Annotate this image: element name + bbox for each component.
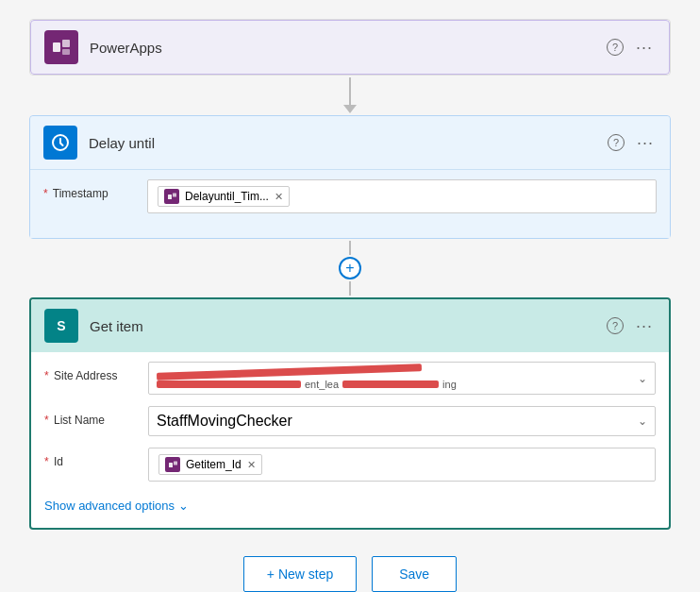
svg-rect-7 [174,462,177,465]
connector-line-2a [349,241,351,255]
powerapps-more-button[interactable]: ··· [633,36,656,59]
powerapps-actions: ? ··· [607,36,656,59]
getitem-more-button[interactable]: ··· [633,314,656,337]
id-label: * Id [44,448,148,468]
id-tag: Getitem_Id ✕ [158,454,262,475]
delay-card: Delay until ? ··· * Timestamp [29,115,671,239]
svg-rect-6 [169,463,173,467]
powerapps-help-icon[interactable]: ? [607,39,624,56]
getitem-title: Get item [90,318,607,334]
connector-line-1 [349,77,351,106]
advanced-options-toggle[interactable]: Show advanced options ⌄ [44,493,656,515]
save-button[interactable]: Save [372,556,457,592]
getitem-body: * Site Address ent_lea ing [31,352,669,528]
delay-title: Delay until [89,135,608,151]
id-tag-text: Getitem_Id [186,458,242,471]
connector-2: + [339,241,361,296]
site-address-chevron: ⌄ [638,372,647,385]
delay-actions: ? ··· [608,131,657,154]
redacted-row-1 [157,366,638,376]
list-name-input[interactable]: StaffMovingChecker ⌄ [148,406,656,436]
delay-icon [43,126,77,160]
svg-rect-1 [62,40,70,47]
list-name-value: StaffMovingChecker [157,413,292,430]
powerapps-title: PowerApps [90,40,607,56]
delay-tag-icon [164,189,179,204]
svg-rect-5 [173,194,176,197]
advanced-options-label: Show advanced options [44,499,175,513]
powerapps-icon [44,30,78,64]
delay-timestamp-input[interactable]: Delayuntil_Tim... ✕ [147,179,657,213]
getitem-icon: S [44,309,78,343]
powerapps-card: PowerApps ? ··· [29,19,671,76]
flow-container: PowerApps ? ··· Delay until [29,19,671,592]
id-row: * Id Getitem_Id ✕ [44,448,656,482]
site-address-suffix: ing [442,379,457,390]
list-name-row: * List Name StaffMovingChecker ⌄ [44,406,656,436]
delay-timestamp-row: * Timestamp Delayuntil_Tim... ✕ [43,179,657,213]
delay-timestamp-tag-close[interactable]: ✕ [275,191,283,203]
connector-line-2b [349,281,351,296]
site-address-row: * Site Address ent_lea ing [44,362,656,395]
delay-timestamp-label: * Timestamp [43,179,147,200]
id-tag-icon [165,457,180,472]
new-step-button[interactable]: + New step [243,556,357,592]
getitem-help-icon[interactable]: ? [607,317,624,334]
delay-body: * Timestamp Delayuntil_Tim... ✕ [30,169,670,238]
powerapps-header: PowerApps ? ··· [30,20,670,75]
id-input[interactable]: Getitem_Id ✕ [148,448,656,482]
advanced-options-chevron: ⌄ [178,499,189,513]
id-tag-close[interactable]: ✕ [247,459,256,471]
site-address-label: * Site Address [44,362,148,382]
getitem-header: S Get item ? ··· [31,299,669,352]
connector-arrow-1 [343,105,357,113]
delay-timestamp-tag-text: Delayuntil_Tim... [185,190,269,203]
getitem-actions: ? ··· [607,314,656,337]
list-name-label: * List Name [44,406,148,427]
list-name-chevron: ⌄ [638,414,647,428]
connector-1 [343,77,357,113]
site-address-input[interactable]: ent_lea ing ⌄ [148,362,656,395]
delay-timestamp-tag: Delayuntil_Tim... ✕ [158,186,290,207]
site-address-value-row: ent_lea ing [157,379,638,390]
site-address-content: ent_lea ing [157,366,638,390]
add-step-button[interactable]: + [339,257,361,279]
delay-more-button[interactable]: ··· [634,131,657,154]
getitem-card: S Get item ? ··· * Site Address [29,297,671,530]
svg-rect-2 [62,49,70,55]
site-address-partial: ent_lea [305,379,339,390]
delay-help-icon[interactable]: ? [608,134,625,151]
svg-rect-0 [53,42,60,52]
svg-rect-4 [168,195,172,199]
delay-header: Delay until ? ··· [30,116,670,169]
bottom-actions: + New step Save [243,556,457,592]
